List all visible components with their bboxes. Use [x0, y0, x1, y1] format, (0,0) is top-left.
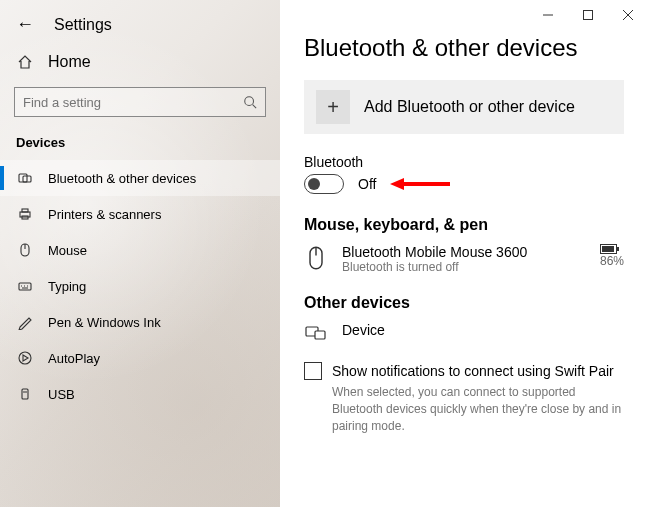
svg-point-0 — [245, 97, 254, 106]
annotation-arrow — [390, 174, 450, 194]
swift-pair-label: Show notifications to connect using Swif… — [332, 363, 614, 379]
svg-marker-23 — [390, 178, 404, 190]
device-row[interactable]: Device — [304, 322, 624, 342]
back-button[interactable]: ← — [16, 14, 34, 35]
swift-pair-help: When selected, you can connect to suppor… — [332, 384, 624, 434]
sidebar-item-typing[interactable]: Typing — [0, 268, 280, 304]
svg-rect-27 — [617, 247, 619, 251]
svg-rect-28 — [602, 246, 614, 252]
sidebar-item-usb[interactable]: USB — [0, 376, 280, 412]
minimize-button[interactable] — [528, 0, 568, 30]
home-label: Home — [48, 53, 91, 71]
home-icon — [16, 54, 34, 70]
bluetooth-state: Off — [358, 176, 376, 192]
app-title: Settings — [54, 16, 112, 34]
svg-point-14 — [19, 352, 31, 364]
search-icon — [243, 95, 257, 109]
autoplay-icon — [16, 350, 34, 366]
close-button[interactable] — [608, 0, 648, 30]
bluetooth-device-icon — [16, 170, 34, 186]
section-label: Devices — [0, 129, 280, 160]
section-other-heading: Other devices — [304, 294, 624, 312]
device-name: Device — [342, 322, 624, 338]
devices-icon — [304, 322, 328, 342]
svg-rect-30 — [315, 331, 325, 339]
sidebar-item-pen[interactable]: Pen & Windows Ink — [0, 304, 280, 340]
sidebar-item-printers[interactable]: Printers & scanners — [0, 196, 280, 232]
bluetooth-label: Bluetooth — [304, 154, 624, 170]
keyboard-icon — [16, 278, 34, 294]
sidebar: ← Settings Home Devices Bluetooth & othe… — [0, 0, 280, 507]
sidebar-item-mouse[interactable]: Mouse — [0, 232, 280, 268]
svg-rect-15 — [22, 389, 28, 399]
pen-icon — [16, 314, 34, 330]
device-sub: Bluetooth is turned off — [342, 260, 586, 274]
mouse-icon — [16, 242, 34, 258]
plus-icon: + — [316, 90, 350, 124]
device-row[interactable]: Bluetooth Mobile Mouse 3600 Bluetooth is… — [304, 244, 624, 274]
svg-line-1 — [253, 105, 257, 109]
section-mouse-heading: Mouse, keyboard, & pen — [304, 216, 624, 234]
usb-icon — [16, 386, 34, 402]
bluetooth-toggle[interactable] — [304, 174, 344, 194]
svg-rect-19 — [584, 11, 593, 20]
battery-icon — [600, 244, 624, 254]
swift-pair-checkbox[interactable] — [304, 362, 322, 380]
svg-rect-5 — [22, 209, 28, 212]
printer-icon — [16, 206, 34, 222]
battery-percent: 86% — [600, 254, 624, 268]
add-device-button[interactable]: + Add Bluetooth or other device — [304, 80, 624, 134]
maximize-button[interactable] — [568, 0, 608, 30]
mouse-icon — [304, 244, 328, 270]
titlebar — [280, 0, 648, 30]
sidebar-item-autoplay[interactable]: AutoPlay — [0, 340, 280, 376]
sidebar-item-bluetooth[interactable]: Bluetooth & other devices — [0, 160, 280, 196]
device-name: Bluetooth Mobile Mouse 3600 — [342, 244, 586, 260]
search-input[interactable] — [14, 87, 266, 117]
sidebar-item-home[interactable]: Home — [0, 45, 280, 79]
page-title: Bluetooth & other devices — [304, 34, 624, 62]
